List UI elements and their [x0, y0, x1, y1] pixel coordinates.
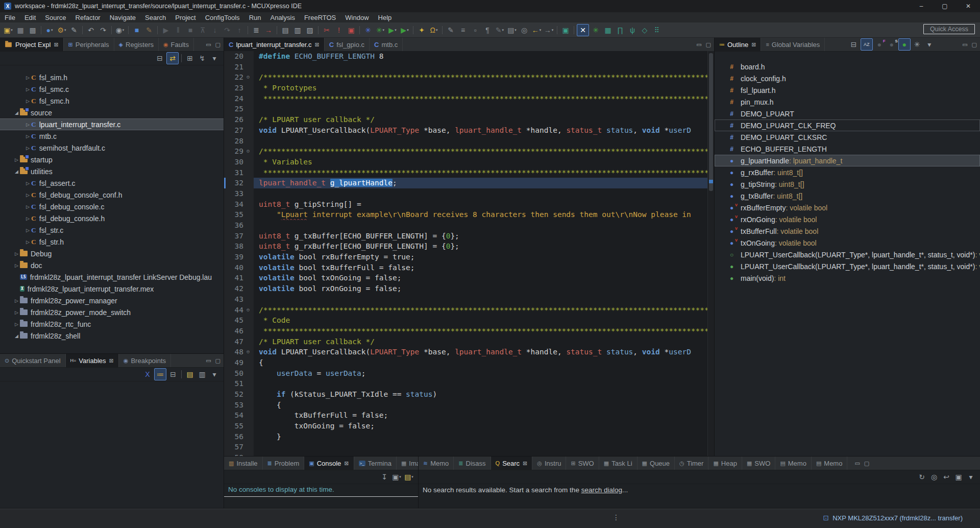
tab-swo[interactable]: ▦SWO [742, 457, 775, 470]
mark-occurrences-icon[interactable]: ✎ [445, 25, 456, 36]
expand-arrow-icon[interactable]: ▷ [13, 298, 20, 303]
maximize-view-button[interactable]: ▢ [972, 41, 977, 48]
menu-help[interactable]: Help [374, 12, 397, 22]
code-line-28[interactable]: 28 [224, 136, 714, 147]
fold-marker-icon[interactable]: ⊖ [243, 146, 253, 157]
collapse-all-icon[interactable]: ⊟ [848, 39, 860, 50]
step-over-icon[interactable]: ↷ [222, 25, 233, 36]
mcux-usb-icon[interactable]: ψ [627, 25, 638, 36]
code-line-57[interactable]: 57 [224, 442, 714, 452]
tab-lpuart-interrupt-transfer-c[interactable]: Clpuart_interrupt_transfer.c⊠ [224, 38, 325, 51]
code-line-52[interactable]: 52 if (kStatus_LPUART_TxIdle == status) [224, 389, 714, 400]
code-line-35[interactable]: 35 "Lpuart interrupt example\r\nBoard re… [224, 209, 714, 220]
tree-item-frdmkl28z-power-manager[interactable]: ▷frdmkl28z_power_manager [0, 295, 224, 306]
previous-edit-icon[interactable]: ←▾ [531, 25, 542, 36]
block-selection-icon[interactable]: ≡ [457, 25, 469, 36]
expand-arrow-icon[interactable]: ◢ [13, 333, 20, 339]
outline-item-demo-lpuart-clksrc[interactable]: #DEMO_LPUART_CLKSRC [715, 131, 980, 143]
save-icon[interactable]: ▦ [15, 25, 26, 36]
external-tools-icon[interactable]: Ω▾ [428, 25, 439, 36]
outline-item-txongoing[interactable]: ●vtxOnGoing : volatile bool [715, 237, 980, 249]
show-type-names-icon[interactable]: X [142, 369, 153, 380]
maximize-view-button[interactable]: ▢ [706, 41, 711, 48]
display-console-icon[interactable]: ▣▾ [391, 471, 402, 483]
sort-az-icon[interactable]: AZ [861, 38, 873, 51]
minimize-window-button[interactable]: – [910, 0, 933, 12]
menu-file[interactable]: File [0, 12, 20, 22]
tree-item-lpuart-interrupt-transfer-c[interactable]: ▷Clpuart_interrupt_transfer.c [0, 118, 224, 130]
tab-searc[interactable]: QSearc⊠ [491, 457, 533, 470]
outline-item-board-h[interactable]: #board.h [715, 61, 980, 73]
pin-editor-icon[interactable]: ▣ [560, 25, 571, 36]
code-line-33[interactable]: 33 [224, 188, 714, 199]
expand-arrow-icon[interactable]: ◢ [13, 110, 20, 115]
outline-item-txbufferfull[interactable]: ●vtxBufferFull : volatile bool [715, 225, 980, 237]
outline-item-lpuart-usercallback[interactable]: ●LPUART_UserCallback(LPUART_Type*, lpuar… [715, 260, 980, 272]
link-outline-icon[interactable]: ● [898, 38, 911, 51]
disconnect-icon[interactable]: ⊼ [197, 25, 208, 36]
outline-item-demo-lpuart[interactable]: #DEMO_LPUART [715, 108, 980, 119]
tab-mtb-c[interactable]: Cmtb.c [370, 38, 403, 51]
close-tab-icon[interactable]: ⊠ [523, 460, 527, 467]
tree-item-utilities[interactable]: ◢utilities [0, 165, 224, 177]
outline-item-g-tipstring[interactable]: ●g_tipString : uint8_t[] [715, 178, 980, 190]
code-line-24[interactable]: 24 *************************************… [224, 93, 714, 104]
maximize-view-button[interactable]: ▢ [215, 357, 220, 364]
collapse-all-icon[interactable]: ⊟ [154, 53, 165, 64]
code-editor[interactable]: 20#define ECHO_BUFFER_LENGTH 82122⊖/****… [224, 51, 714, 456]
cancel-search-icon[interactable]: ◎ [928, 471, 940, 483]
mcux-binary-icon[interactable]: ⠿ [651, 25, 663, 36]
tree-item-fsl-smc-h[interactable]: ▷Cfsl_smc.h [0, 95, 224, 107]
close-tab-icon[interactable]: ⊠ [751, 41, 756, 48]
expand-arrow-icon[interactable]: ▷ [24, 193, 31, 198]
code-line-29[interactable]: 29⊖/************************************… [224, 146, 714, 157]
open-console-blue-icon[interactable]: ■ [131, 25, 142, 36]
tree-item-fsl-debug-console-conf-h[interactable]: ▷Cfsl_debug_console_conf.h [0, 189, 224, 201]
expand-arrow-icon[interactable]: ▷ [24, 87, 31, 92]
tree-item-fsl-debug-console-h[interactable]: ▷Cfsl_debug_console.h [0, 212, 224, 224]
tree-item-frdmkl28z-lpuart-interrupt-transfer-linkserver-debug-lau[interactable]: LSfrdmkl28z_lpuart_interrupt_transfer Li… [0, 271, 224, 283]
tree-item-fsl-sim-h[interactable]: ▷Cfsl_sim.h [0, 71, 224, 83]
close-tab-icon[interactable]: ⊠ [54, 41, 58, 48]
mcux-debug-spider-icon[interactable]: ✳ [590, 25, 601, 36]
tab-termina[interactable]: >_Termina [354, 457, 397, 470]
menu-analysis[interactable]: Analysis [265, 12, 299, 22]
code-line-40[interactable]: 40volatile bool txBufferFull = false; [224, 262, 714, 273]
tab-project-expl[interactable]: Project Expl⊠ [0, 38, 64, 51]
tab-swo[interactable]: ⊞SWO [566, 457, 599, 470]
tree-item-frdmkl28z-power-mode-switch[interactable]: ▷frdmkl28z_power_mode_switch [0, 306, 224, 318]
configure-icon[interactable]: ▥ [197, 369, 208, 380]
minimize-view-button[interactable]: ▭ [206, 357, 211, 364]
link-with-editor-icon[interactable]: ⇄ [166, 52, 179, 64]
menu-freertos[interactable]: FreeRTOS [300, 12, 340, 22]
next-edit-icon[interactable]: →▾ [543, 25, 554, 36]
close-window-button[interactable]: ✕ [957, 0, 980, 12]
expand-arrow-icon[interactable]: ▷ [13, 310, 20, 315]
tab-queue[interactable]: ▦Queue [638, 457, 675, 470]
tab-timer[interactable]: ◷Timer [675, 457, 708, 470]
mcux-shield-icon[interactable]: ◇ [639, 25, 650, 36]
code-line-31[interactable]: 31 *************************************… [224, 167, 714, 178]
expand-arrow-icon[interactable]: ▷ [24, 204, 31, 209]
menu-search[interactable]: Search [140, 12, 170, 22]
outline-item-lpuart-usercallback[interactable]: ○LPUART_UserCallback(LPUART_Type*, lpuar… [715, 249, 980, 260]
menu-navigate[interactable]: Navigate [105, 12, 140, 22]
run-last-icon[interactable]: ▶▾ [399, 25, 410, 36]
expand-arrow-icon[interactable]: ▷ [24, 122, 31, 127]
step-return-icon[interactable]: ↑ [234, 25, 245, 36]
minimize-view-button[interactable]: ▭ [962, 41, 967, 48]
minimize-view-button[interactable]: ▭ [854, 460, 860, 467]
flag-red-icon[interactable]: ! [333, 25, 345, 36]
editor-scrollbar[interactable] [707, 51, 714, 456]
close-tab-icon[interactable]: ⊠ [315, 41, 320, 48]
code-line-37[interactable]: 37uint8_t g_txBuffer[ECHO_BUFFER_LENGTH]… [224, 231, 714, 242]
code-line-55[interactable]: 55 txOnGoing = false; [224, 421, 714, 431]
show-paragraph-icon[interactable]: ¶ [482, 25, 493, 36]
view-menu-icon[interactable]: ▾ [209, 53, 220, 64]
run-icon[interactable]: ▶▾ [387, 25, 398, 36]
menu-project[interactable]: Project [170, 12, 200, 22]
outline-item-fsl-lpuart-h[interactable]: #fsl_lpuart.h [715, 84, 980, 96]
code-line-46[interactable]: 46 *************************************… [224, 326, 714, 337]
focus-task-icon[interactable]: ⊞ [184, 53, 195, 64]
fold-marker-icon[interactable]: ⊖ [243, 347, 253, 357]
